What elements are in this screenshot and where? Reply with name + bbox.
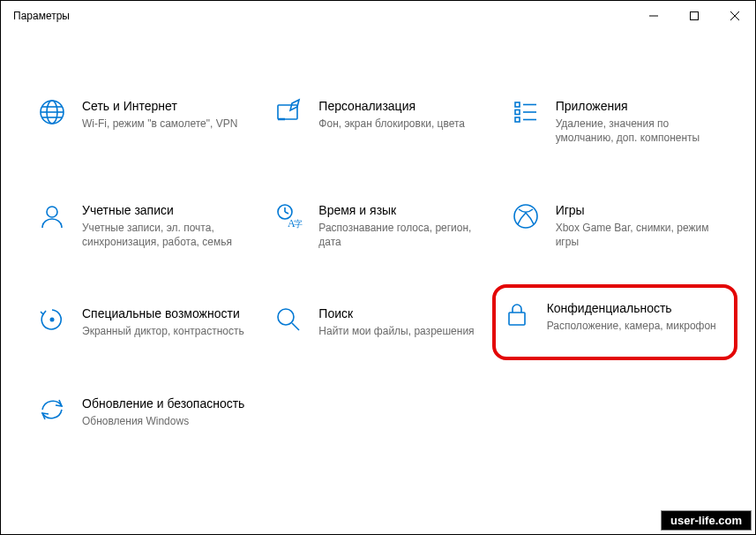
tile-desc: Распознавание голоса, регион, дата (318, 221, 483, 249)
xbox-icon (510, 202, 542, 234)
window-controls (633, 1, 755, 31)
lock-icon (501, 300, 533, 332)
time-language-icon: A字 (273, 202, 304, 234)
tile-title: Учетные записи (82, 202, 246, 218)
globe-icon (36, 98, 68, 130)
tile-title: Приложения (556, 98, 720, 114)
svg-line-20 (285, 212, 288, 214)
svg-rect-1 (691, 12, 699, 20)
svg-rect-27 (509, 313, 525, 325)
tile-title: Персонализация (318, 98, 465, 114)
tile-personalization[interactable]: Персонализация Фон, экран блокировки, цв… (267, 93, 488, 151)
tile-update[interactable]: Обновление и безопасность Обновления Win… (31, 390, 251, 433)
svg-rect-13 (515, 110, 520, 115)
svg-text:字: 字 (294, 219, 303, 229)
tile-title: Специальные возможности (82, 305, 244, 321)
svg-point-25 (278, 309, 294, 325)
paintbrush-icon (273, 98, 304, 130)
tile-ease-of-access[interactable]: Специальные возможности Экранный диктор,… (31, 300, 251, 343)
tile-gaming[interactable]: Игры Xbox Game Bar, снимки, режим игры (505, 197, 725, 255)
close-button[interactable] (715, 1, 755, 31)
svg-rect-9 (278, 105, 297, 119)
person-icon (36, 202, 68, 234)
tile-title: Игры (556, 202, 720, 218)
search-icon (273, 305, 304, 337)
tile-accounts[interactable]: Учетные записи Учетные записи, эл. почта… (31, 197, 251, 255)
svg-rect-15 (515, 117, 520, 122)
tile-search[interactable]: Поиск Найти мои файлы, разрешения (267, 300, 488, 343)
tile-desc: Учетные записи, эл. почта, синхронизация… (82, 221, 246, 249)
sync-icon (36, 396, 68, 427)
svg-point-23 (514, 205, 537, 228)
tile-title: Обновление и безопасность (82, 396, 244, 411)
tile-desc: Удаление, значения по умолчанию, доп. ко… (556, 117, 720, 145)
tile-desc: Фон, экран блокировки, цвета (318, 117, 465, 131)
tile-privacy[interactable]: Конфиденциальность Расположение, камера,… (492, 284, 737, 359)
svg-line-26 (292, 323, 299, 330)
svg-point-24 (50, 318, 55, 322)
minimize-button[interactable] (633, 1, 674, 31)
tile-title: Конфиденциальность (547, 300, 716, 316)
settings-grid: Сеть и Интернет Wi-Fi, режим "в самолете… (31, 93, 725, 433)
tile-desc: Xbox Game Bar, снимки, режим игры (556, 221, 720, 249)
tile-desc: Экранный диктор, контрастность (82, 324, 244, 338)
list-icon (510, 98, 542, 130)
svg-point-17 (47, 207, 57, 217)
tile-desc: Wi-Fi, режим "в самолете", VPN (82, 117, 237, 131)
accessibility-icon (36, 305, 68, 337)
svg-rect-11 (515, 102, 520, 107)
tile-desc: Найти мои файлы, разрешения (318, 324, 474, 338)
maximize-button[interactable] (674, 1, 715, 31)
tile-apps[interactable]: Приложения Удаление, значения по умолчан… (505, 93, 725, 151)
tile-desc: Расположение, камера, микрофон (547, 319, 716, 333)
tile-title: Время и язык (318, 202, 483, 218)
window-title: Параметры (13, 10, 70, 22)
tile-title: Поиск (318, 305, 474, 321)
tile-network[interactable]: Сеть и Интернет Wi-Fi, режим "в самолете… (31, 93, 251, 151)
watermark: user-life.com (661, 510, 752, 531)
tile-title: Сеть и Интернет (82, 98, 237, 114)
tile-time-language[interactable]: A字 Время и язык Распознавание голоса, ре… (267, 197, 488, 255)
titlebar: Параметры (1, 1, 755, 31)
tile-desc: Обновления Windows (82, 414, 244, 428)
